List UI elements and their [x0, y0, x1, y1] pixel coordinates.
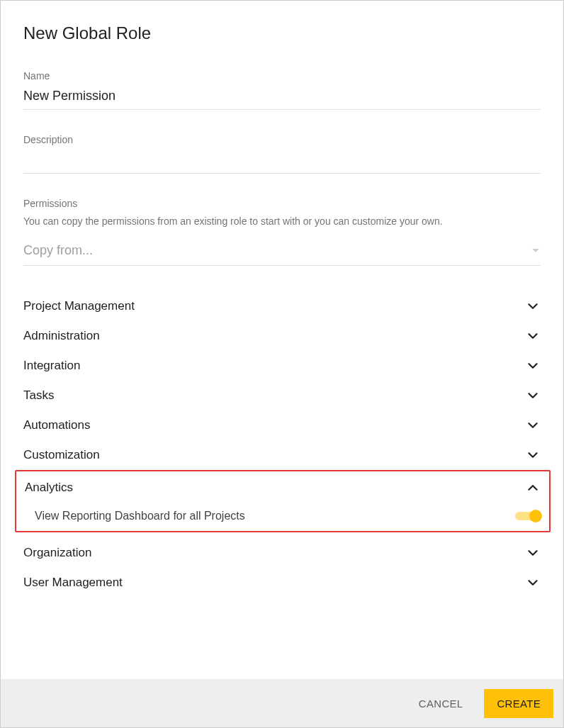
perm-item-label: View Reporting Dashboard for all Project… — [35, 510, 245, 522]
chevron-up-icon — [525, 480, 541, 495]
chevron-down-icon — [525, 298, 541, 314]
copy-from-select[interactable]: Copy from... — [23, 240, 541, 266]
highlighted-group-analytics: Analytics View Reporting Dashboard for a… — [15, 470, 551, 532]
perm-group-label: Automations — [23, 418, 91, 432]
perm-group-label: Project Management — [23, 299, 135, 313]
cancel-button[interactable]: CANCEL — [406, 689, 476, 718]
description-label: Description — [23, 134, 541, 145]
perm-item-toggle[interactable] — [515, 510, 541, 522]
copy-from-placeholder: Copy from... — [23, 243, 93, 258]
chevron-down-icon — [525, 328, 541, 344]
perm-group-customization[interactable]: Customization — [23, 440, 541, 470]
name-input[interactable] — [23, 86, 541, 110]
perm-group-label: Tasks — [23, 388, 54, 403]
page-title: New Global Role — [23, 23, 541, 43]
toggle-thumb — [529, 510, 542, 522]
chevron-down-icon — [525, 575, 541, 590]
chevron-down-icon — [525, 545, 541, 561]
dialog-footer: CANCEL CREATE — [1, 679, 563, 727]
perm-group-administration[interactable]: Administration — [23, 321, 541, 351]
perm-group-analytics[interactable]: Analytics — [25, 473, 541, 503]
chevron-down-icon — [525, 447, 541, 463]
perm-group-automations[interactable]: Automations — [23, 410, 541, 440]
chevron-down-icon — [525, 418, 541, 433]
perm-group-integration[interactable]: Integration — [23, 351, 541, 381]
perm-group-label: Customization — [23, 448, 100, 462]
name-label: Name — [23, 70, 541, 82]
perm-group-user-management[interactable]: User Management — [23, 568, 541, 598]
permissions-section-label: Permissions — [23, 198, 541, 209]
dropdown-caret-icon — [532, 249, 539, 252]
perm-group-label: Administration — [23, 329, 100, 343]
create-button[interactable]: CREATE — [484, 689, 553, 718]
perm-group-organization[interactable]: Organization — [23, 538, 541, 568]
perm-group-label: Integration — [23, 359, 80, 373]
perm-group-label: User Management — [23, 576, 123, 590]
perm-group-project-management[interactable]: Project Management — [23, 291, 541, 321]
permissions-list: Project Management Administration Integr… — [23, 291, 541, 598]
perm-item-view-reporting-dashboard: View Reporting Dashboard for all Project… — [25, 503, 541, 525]
chevron-down-icon — [525, 388, 541, 403]
description-input[interactable] — [23, 150, 541, 174]
perm-group-tasks[interactable]: Tasks — [23, 381, 541, 410]
permissions-hint: You can copy the permissions from an exi… — [23, 215, 541, 229]
chevron-down-icon — [525, 358, 541, 374]
perm-group-label: Analytics — [25, 481, 73, 495]
perm-group-label: Organization — [23, 546, 91, 560]
